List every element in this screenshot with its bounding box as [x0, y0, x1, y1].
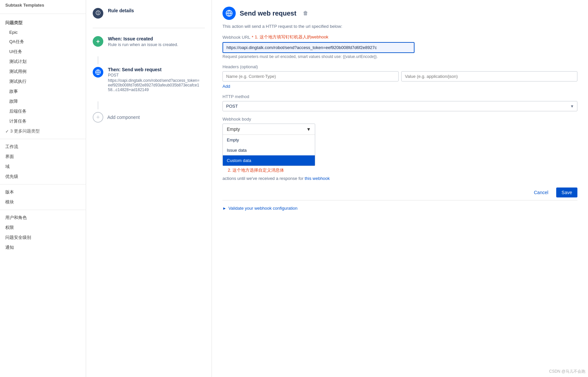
add-component-label: Add component: [107, 115, 140, 120]
then-label: Then: Send web request: [108, 67, 201, 72]
dropdown-arrow: ▼: [306, 127, 311, 132]
sidebar-bottom-权限[interactable]: 权限: [0, 223, 86, 233]
middle-panel: ⓘ Rule details + When: Issue created Rul…: [86, 0, 212, 377]
watermark: CSDN @马儿不会跑: [549, 369, 585, 374]
sidebar-item-Epic[interactable]: Epic: [0, 28, 86, 37]
chevron-right-icon: ►: [222, 206, 226, 211]
subtask-title: Subtask Templates: [0, 0, 86, 11]
sidebar-item-测试计划[interactable]: 测试计划: [0, 57, 86, 67]
when-desc: Rule is run when an issue is created.: [108, 42, 178, 47]
bottom-list: 用户和角色权限问题安全级别通知: [0, 213, 86, 252]
issue-type-label: 问题类型: [0, 17, 86, 28]
info-icon: ⓘ: [93, 8, 103, 19]
cancel-button[interactable]: Cancel: [528, 188, 554, 197]
annotation1: 1. 这个地方填写钉钉机器人的webhook: [255, 34, 328, 40]
webhook-url-label: Webhook URL * 1. 这个地方填写钉钉机器人的webhook: [222, 34, 577, 40]
sidebar-item-故障[interactable]: 故障: [0, 96, 86, 106]
when-step: + When: Issue created Rule is run when a…: [93, 36, 205, 47]
webhook-body-group: Webhook body Empty ▼ Empty Issue data Cu…: [222, 117, 577, 181]
sidebar-group-界面[interactable]: 界面: [0, 152, 86, 162]
sidebar-bottom-问题安全级别[interactable]: 问题安全级别: [0, 233, 86, 242]
trash-icon[interactable]: 🗑: [303, 10, 308, 16]
http-method-select-wrapper: POST GET PUT DELETE ▼: [222, 101, 577, 111]
sidebar-section-版本[interactable]: 版本: [0, 187, 86, 197]
http-method-label: HTTP method: [222, 94, 577, 99]
right-panel: Send web request 🗑 This action will send…: [212, 0, 588, 377]
webhook-url-input[interactable]: [222, 42, 415, 53]
send-web-request-icon: [93, 67, 103, 78]
then-method: POST: [108, 73, 201, 78]
sidebar-item-故事[interactable]: 故事: [0, 86, 86, 96]
sidebar-item-UI任务[interactable]: UI任务: [0, 47, 86, 57]
webhook-body-label: Webhook body: [222, 117, 577, 122]
sidebar-bottom-通知[interactable]: 通知: [0, 242, 86, 252]
selected-value: Empty: [227, 127, 240, 132]
webhook-body-dropdown-container: Empty ▼ Empty Issue data Custom data 2. …: [222, 124, 577, 173]
more-issue-types[interactable]: ✓ 3 更多问题类型: [0, 126, 86, 136]
required-star: *: [252, 35, 253, 40]
add-component-button[interactable]: +: [93, 112, 103, 123]
webhook-body-options: Empty Issue data Custom data: [223, 135, 315, 166]
sidebar: Subtask Templates 问题类型 EpicQA任务UI任务测试计划测…: [0, 0, 86, 377]
webhook-body-display[interactable]: Empty ▼ Empty Issue data Custom data: [222, 124, 315, 166]
action-buttons: Cancel Save: [222, 188, 577, 197]
option-custom-data[interactable]: Custom data: [223, 155, 315, 166]
panel-header: Send web request 🗑: [222, 7, 577, 20]
connector-line-2: [98, 101, 98, 109]
connector-line: [98, 56, 98, 64]
header-name-input[interactable]: [222, 71, 399, 81]
sidebar-section-模块[interactable]: 模块: [0, 197, 86, 207]
validate-row[interactable]: ► Validate your webhook configuration: [222, 200, 577, 211]
save-button[interactable]: Save: [556, 188, 577, 197]
headers-group: Headers (optional) Add: [222, 64, 577, 89]
groups-list: 工作流界面域优先级: [0, 142, 86, 182]
validate-label: Validate your webhook configuration: [228, 206, 298, 211]
more-label: 3 更多问题类型: [10, 128, 40, 134]
option-empty[interactable]: Empty: [223, 135, 315, 145]
header-value-input[interactable]: [401, 71, 577, 81]
sidebar-group-工作流[interactable]: 工作流: [0, 142, 86, 152]
panel-desc: This action will send a HTTP request to …: [222, 24, 577, 29]
issue-types-list: EpicQA任务UI任务测试计划测试用例测试执行故事故障后端任务计算任务: [0, 28, 86, 126]
when-label: When: Issue created: [108, 36, 178, 41]
panel-title: Send web request: [240, 10, 296, 17]
webhook-url-group: Webhook URL * 1. 这个地方填写钉钉机器人的webhook Req…: [222, 34, 577, 59]
add-component[interactable]: + Add component: [93, 112, 205, 123]
sidebar-item-后端任务[interactable]: 后端任务: [0, 106, 86, 116]
sidebar-group-优先级[interactable]: 优先级: [0, 172, 86, 182]
then-step[interactable]: Then: Send web request POST https://oapi…: [93, 67, 205, 92]
headers-label: Headers (optional): [222, 64, 577, 69]
headers-row: [222, 71, 577, 81]
then-url: https://oapi.dingtalk.com/robot/send?acc…: [108, 78, 201, 92]
sidebar-bottom-用户和角色[interactable]: 用户和角色: [0, 213, 86, 223]
send-web-request-panel-icon: [222, 7, 236, 20]
url-hint: Request parameters must be url encoded, …: [222, 54, 577, 59]
rule-details-step: ⓘ Rule details: [93, 8, 205, 19]
wait-note: actions until we've received a response …: [222, 176, 577, 181]
annotation2: 2. 这个地方选择自定义消息体: [228, 167, 284, 173]
webhook-body-select-wrapper: Empty ▼ Empty Issue data Custom data: [222, 124, 577, 166]
chevron-down-icon: ✓: [5, 129, 9, 134]
http-method-select[interactable]: POST GET PUT DELETE: [222, 101, 577, 111]
plus-icon-green: +: [93, 36, 103, 47]
sidebar-item-测试用例[interactable]: 测试用例: [0, 67, 86, 77]
this-webhook-link[interactable]: this webhook: [305, 176, 330, 181]
add-header-link[interactable]: Add: [222, 84, 230, 89]
sidebar-item-测试执行[interactable]: 测试执行: [0, 77, 86, 86]
sidebar-item-QA任务[interactable]: QA任务: [0, 37, 86, 47]
sidebar-group-域[interactable]: 域: [0, 162, 86, 172]
option-issue-data[interactable]: Issue data: [223, 145, 315, 155]
rule-details-label: Rule details: [108, 8, 134, 13]
sidebar-item-计算任务[interactable]: 计算任务: [0, 116, 86, 126]
sections-list: 版本模块: [0, 187, 86, 207]
http-method-group: HTTP method POST GET PUT DELETE ▼: [222, 94, 577, 111]
